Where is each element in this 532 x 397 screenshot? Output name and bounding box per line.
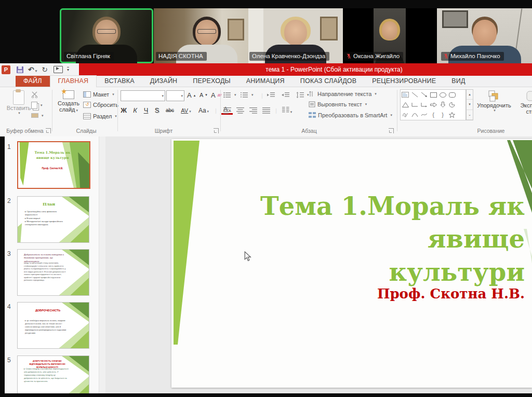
mouse-cursor-icon <box>244 251 251 262</box>
shape-curve-icon[interactable] <box>419 110 429 120</box>
quick-styles-icon <box>526 90 532 102</box>
copy-button[interactable]: ▾ <box>31 102 43 109</box>
paragraph-dialog-launcher-icon[interactable] <box>389 128 394 133</box>
increase-indent-button[interactable] <box>282 92 289 98</box>
strikethrough-button[interactable]: abc <box>165 107 175 113</box>
customize-qat-icon[interactable]: ▾ <box>67 67 69 72</box>
font-dialog-launcher-icon[interactable] <box>214 128 219 133</box>
layout-button[interactable]: Макет▾ <box>83 91 114 98</box>
shape-elbow-connector-icon[interactable] <box>410 100 419 109</box>
gallery-scroll-up-icon[interactable]: ▴ <box>467 90 473 100</box>
slide-canvas[interactable]: Тема 1.Мораль як явище культури Проф. Ск… <box>171 139 532 388</box>
redo-icon[interactable]: ↻ <box>42 66 48 73</box>
align-center-icon[interactable] <box>236 107 244 114</box>
shape-left-brace-icon[interactable]: { <box>429 110 438 120</box>
decrease-indent-button[interactable] <box>267 92 275 98</box>
slide-thumbnail-1[interactable]: Тема 1.Мораль як явище культури Проф. Ск… <box>17 141 90 189</box>
section-button[interactable]: Раздел▾ <box>83 113 117 119</box>
tab-insert[interactable]: ВСТАВКА <box>97 76 142 87</box>
align-right-icon[interactable] <box>249 107 257 114</box>
shape-right-arrow-icon[interactable] <box>429 100 438 109</box>
slide-title[interactable]: Тема 1.Мораль як явище культури <box>192 190 525 289</box>
shape-arc-icon[interactable] <box>410 110 419 120</box>
facet-decor <box>18 142 89 188</box>
clear-formatting-button[interactable]: А <box>211 91 221 99</box>
participant-tile-4[interactable]: Оксана Жигайло <box>343 8 437 63</box>
justify-icon[interactable] <box>262 107 270 114</box>
reset-button[interactable]: ↺ Сбросить <box>83 102 118 108</box>
shape-elbow-arrow-icon[interactable] <box>419 100 429 109</box>
shape-rectangle-icon[interactable] <box>429 90 438 100</box>
shape-rounded-rectangle-icon[interactable] <box>447 90 457 100</box>
clipboard-dialog-launcher-icon[interactable] <box>46 128 51 133</box>
tab-file[interactable]: ФАЙЛ <box>16 76 50 87</box>
line-spacing-button[interactable]: ▾ <box>296 92 309 98</box>
participant-tile-5[interactable]: Михайло Паночко <box>437 8 532 63</box>
slide-author[interactable]: Проф. Скотна Н.В. <box>317 286 525 302</box>
start-slideshow-icon[interactable] <box>54 66 63 73</box>
gallery-more-icon[interactable]: ⌄ <box>467 110 473 120</box>
align-left-icon[interactable] <box>223 107 231 114</box>
tab-view[interactable]: ВИД <box>444 76 473 87</box>
slide-thumbnail-4[interactable]: ДОБРОЧЕСНІСТЬ ▸ це необхідна моральна ос… <box>17 302 89 349</box>
italic-button[interactable]: К <box>132 106 138 114</box>
clipboard-group-label: Буфер обмена <box>1 128 49 134</box>
shape-down-arrow-icon[interactable] <box>438 100 447 109</box>
thumbnail-panel-scrollbar[interactable] <box>99 136 106 397</box>
tab-animations[interactable]: АНИМАЦИЯ <box>238 76 292 87</box>
text-shadow-button[interactable]: S <box>154 106 160 114</box>
powerpoint-logo-icon[interactable]: P <box>2 65 10 74</box>
quick-styles-button[interactable]: Экспресс- стили <box>515 90 532 115</box>
ribbon: Вставить▾ ▾ ▾ Буфер обмена Создать слайд… <box>0 87 532 137</box>
shape-arrow-icon[interactable] <box>419 90 429 100</box>
shapes-gallery-scrollbar[interactable]: ▴ ▾ ⌄ <box>466 89 473 120</box>
character-spacing-button[interactable]: AV▾ <box>180 107 192 114</box>
cut-button[interactable] <box>31 91 39 98</box>
slide-thumbnail-2[interactable]: План ▸ Організаційна сила фізичного мора… <box>17 196 89 243</box>
convert-smartart-button[interactable]: Преобразовать в SmartArt▾ <box>309 112 392 118</box>
shape-textbox-icon[interactable] <box>401 90 410 100</box>
text-direction-button[interactable]: Направление текста▾ <box>309 91 377 97</box>
align-text-button[interactable]: Выровнять текст▾ <box>309 101 367 107</box>
change-case-button[interactable]: Aa▾ <box>197 107 210 114</box>
tab-review[interactable]: РЕЦЕНЗИРОВАНИЕ <box>364 76 444 87</box>
gallery-scroll-down-icon[interactable]: ▾ <box>467 100 473 109</box>
tab-design[interactable]: ДИЗАЙН <box>142 76 185 87</box>
thumb-body: ▸ Слово integrity з англійської переклад… <box>24 367 69 383</box>
arrange-button[interactable]: Упорядочить ▾ <box>474 90 514 113</box>
thumbnail-number: 5 <box>7 357 11 364</box>
shape-scribble-icon[interactable] <box>401 110 410 120</box>
participant-tile-1[interactable]: Світлана Гірняк <box>60 8 153 63</box>
participant-tile-3[interactable]: Олена Кравченко-Дзондза <box>248 8 343 63</box>
participant-tile-2[interactable]: НАДІЯ СКОТНА <box>154 8 248 63</box>
columns-button[interactable]: ▾ <box>282 107 292 114</box>
shapes-gallery[interactable]: { } <box>400 89 466 120</box>
numbering-button[interactable]: ▾ <box>241 92 254 98</box>
shape-triangle-icon[interactable] <box>401 100 410 109</box>
arrange-icon <box>487 90 501 102</box>
window-title: тема 1 - PowerPoint (Сбой активации прод… <box>265 66 402 73</box>
paste-button[interactable]: Вставить▾ <box>5 90 32 115</box>
save-icon[interactable] <box>17 66 23 73</box>
shrink-font-button[interactable]: А▾ <box>200 92 207 98</box>
shape-line-icon[interactable] <box>410 90 419 100</box>
tab-slideshow[interactable]: ПОКАЗ СЛАЙДОВ <box>292 76 364 87</box>
thumb-heading: ДОБРОЧЕСНІСТЬ <box>27 309 69 312</box>
slide-thumbnail-5[interactable]: ДОБРОЧЕСНІСТЬ ОЗНАЧАЄ ВІДПОВІДАЛЬНІСТЬ М… <box>17 355 89 397</box>
shape-pie-icon[interactable] <box>447 100 457 109</box>
tab-home[interactable]: ГЛАВНАЯ <box>50 75 97 87</box>
shape-oval-icon[interactable] <box>438 90 447 100</box>
tab-transitions[interactable]: ПЕРЕХОДЫ <box>185 76 238 87</box>
new-slide-button[interactable]: Создать слайд▾ <box>55 90 82 113</box>
bold-button[interactable]: Ж <box>120 106 127 114</box>
slide-thumbnail-3[interactable]: Доброчесність та етична поведінка є базо… <box>17 249 89 296</box>
bullets-button[interactable]: ▾ <box>223 92 236 98</box>
shape-right-brace-icon[interactable]: } <box>438 110 447 120</box>
font-name-select[interactable]: ▾ <box>121 90 165 101</box>
shape-star-icon[interactable] <box>447 110 457 120</box>
undo-icon[interactable]: ↶▾ <box>28 66 37 73</box>
font-size-select[interactable]: ▾ <box>166 90 184 101</box>
format-painter-button[interactable]: ▾ <box>31 113 44 118</box>
grow-font-button[interactable]: А▴ <box>187 91 195 99</box>
underline-button[interactable]: Ч <box>143 106 149 114</box>
